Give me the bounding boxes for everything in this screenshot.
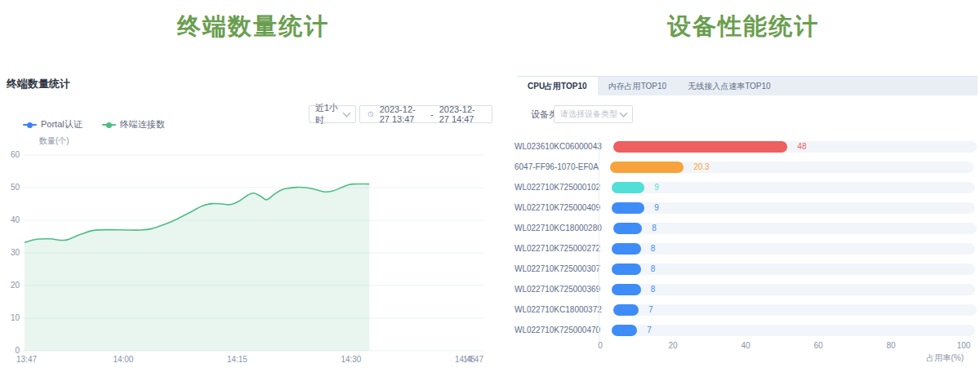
svg-text:14:00: 14:00 [113,355,133,364]
bar-category-label: WL022710K725000272 [514,244,606,253]
right-big-title: 设备性能统计 [514,11,972,43]
bar-track: 7 [613,304,977,316]
bar-row: WL022710K7250001029 [514,177,977,197]
bar-track: 9 [612,202,975,214]
bar-axis-tick: 20 [668,341,677,350]
bar-value-label: 8 [651,264,656,275]
bar-axis: 020406080100 [600,340,964,351]
svg-text:14:30: 14:30 [341,355,361,364]
bar-fill [610,162,684,173]
svg-text:40: 40 [11,215,20,224]
svg-text:20: 20 [11,281,20,290]
device-type-select[interactable]: 请选择设备类型 [554,105,633,123]
device-type-placeholder: 请选择设备类型 [560,108,617,120]
bar-value-label: 8 [652,223,657,234]
bar-axis-tick: 0 [598,341,603,350]
bar-row: 6047-FF96-1070-EF0A20.3 [514,157,977,177]
bar-track: 8 [612,284,975,295]
tab-1[interactable]: 内存占用TOP10 [598,77,678,95]
tab-2[interactable]: 无线接入点速率TOP10 [677,77,782,95]
bar-category-label: WL022710K725000307 [514,264,606,273]
bar-track: 8 [612,264,975,275]
bar-category-label: 6047-FF96-1070-EF0A [514,162,604,171]
svg-text:13:47: 13:47 [16,355,37,364]
bar-fill [612,284,641,295]
bar-value-label: 48 [797,141,806,153]
bar-fill [612,182,644,193]
bar-fill [612,202,644,214]
svg-text:0: 0 [15,346,20,355]
bar-track: 8 [612,243,975,255]
bar-category-label: WL022710K725000409 [514,203,606,212]
svg-text:60: 60 [11,150,20,159]
bar-axis-tick: 80 [886,341,895,350]
bar-value-label: 9 [654,182,659,193]
bar-axis-tick: 40 [741,341,750,350]
svg-text:30: 30 [11,248,20,257]
svg-text:50: 50 [11,183,20,192]
bar-row: WL022710K7250004099 [514,197,977,218]
bar-chart: WL023610KC06000043486047-FF96-1070-EF0A2… [514,136,977,364]
bar-value-label: 20.3 [693,162,709,173]
bar-axis-tick: 60 [813,341,822,350]
svg-text:10: 10 [11,313,20,322]
bar-category-label: WL023610KC06000043 [514,142,608,151]
bar-rows: WL023610KC06000043486047-FF96-1070-EF0A2… [514,136,977,340]
bar-row: WL022710K7250003078 [514,259,977,279]
bar-track: 8 [613,223,977,234]
bar-category-label: WL022710K725000102 [514,183,606,192]
bar-value-label: 9 [654,202,659,214]
dashboard: 终端数量统计 终端数量统计 近1小时 2023-12-27 13:47 - 20… [0,0,980,372]
bar-row: WL022710K7250003698 [514,279,977,299]
bar-row: WL022710K7250004707 [514,320,977,340]
bar-category-label: WL022710K725000470 [514,326,606,334]
bar-fill [613,304,639,316]
bar-row: WL022710K7250002728 [514,238,977,259]
bar-track: 48 [613,141,977,153]
tab-0[interactable]: CPU占用TOP10 [517,77,598,95]
bar-track: 20.3 [610,162,973,173]
bar-value-label: 7 [647,325,652,336]
bar-track: 7 [612,325,975,336]
bar-axis-line [599,138,599,342]
bar-row: WL022710KC180002808 [514,218,977,238]
bar-category-label: WL022710KC18000372 [514,305,608,314]
bar-fill [613,141,788,153]
svg-text:14:15: 14:15 [227,355,247,364]
bar-axis-label: 占用率(%) [600,352,964,364]
tab-bar: CPU占用TOP10内存占用TOP10无线接入点速率TOP10 [517,76,978,95]
bar-value-label: 8 [651,284,656,295]
chevron-down-icon [620,109,628,117]
bar-fill [612,264,641,275]
bar-track: 9 [612,182,975,193]
bar-category-label: WL022710K725000369 [514,285,606,294]
bar-category-label: WL022710KC18000280 [514,224,608,232]
bar-fill [613,223,643,234]
bar-axis-tick: 100 [957,341,971,350]
bar-row: WL022710KC180003727 [514,299,977,320]
bar-fill [612,325,637,336]
bar-fill [612,243,641,255]
line-chart: 010203040506013:4714:0014:1514:3014:4514… [0,0,506,372]
bar-value-label: 8 [651,243,656,255]
bar-value-label: 7 [648,304,653,316]
bar-row: WL023610KC0600004348 [514,136,977,157]
svg-text:14:47: 14:47 [463,355,483,364]
